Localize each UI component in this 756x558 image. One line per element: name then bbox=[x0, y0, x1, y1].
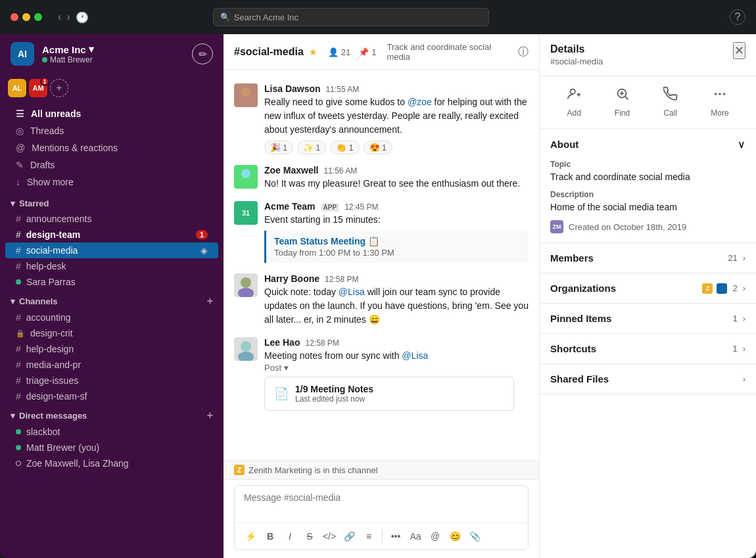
event-card[interactable]: Team Status Meeting 📋 Today from 1:00 PM… bbox=[264, 231, 529, 263]
pinned-count-button[interactable]: 📌 1 bbox=[358, 47, 376, 57]
svg-point-3 bbox=[238, 179, 254, 189]
action-find[interactable]: Find bbox=[615, 87, 630, 118]
action-add[interactable]: Add bbox=[567, 87, 581, 118]
channel-social-media[interactable]: # social-media ◈ bbox=[5, 243, 218, 258]
sidebar-avatars: AL AM 1 + bbox=[0, 74, 224, 103]
emoji-button[interactable]: 😊 bbox=[446, 527, 464, 546]
history-button[interactable]: 🕐 bbox=[76, 11, 89, 24]
dm-section-header[interactable]: ▾ Direct messages + bbox=[0, 404, 224, 424]
nav-item-mentions[interactable]: @ Mentions & reactions bbox=[5, 139, 218, 156]
reaction-clap[interactable]: 👏 1 bbox=[330, 141, 359, 154]
people-icon: 👤 bbox=[328, 47, 339, 57]
workspace-avatar-am[interactable]: AM 1 bbox=[29, 79, 47, 97]
attachment-button[interactable]: 📎 bbox=[465, 527, 484, 546]
channel-media-and-pr[interactable]: # media-and-pr bbox=[5, 357, 218, 373]
nav-item-show-more[interactable]: ↓ Show more bbox=[5, 174, 218, 191]
bold-button[interactable]: B bbox=[261, 527, 279, 546]
pinned-chevron-icon: › bbox=[743, 314, 745, 323]
nav-item-drafts[interactable]: ✎ Drafts bbox=[5, 156, 218, 174]
shared-files-header[interactable]: Shared Files › bbox=[540, 364, 756, 394]
font-size-button[interactable]: Aa bbox=[406, 527, 425, 546]
action-more[interactable]: More bbox=[711, 87, 728, 118]
avatar-zoe-maxwell bbox=[234, 165, 258, 189]
nav-item-label: Threads bbox=[30, 126, 64, 136]
starred-section-header[interactable]: ▾ Starred bbox=[0, 193, 224, 211]
lightning-button[interactable]: ⚡ bbox=[241, 527, 260, 546]
reaction-heart-eyes[interactable]: 😍 1 bbox=[364, 141, 392, 154]
description-label: Description bbox=[550, 190, 745, 199]
dm-sara-parras[interactable]: Sara Parras bbox=[5, 274, 218, 290]
channel-triage-issues[interactable]: # triage-issues bbox=[5, 373, 218, 388]
add-channel-button[interactable]: + bbox=[207, 295, 213, 307]
reaction-sparkles[interactable]: ✨ 1 bbox=[297, 141, 326, 154]
more-formatting-button[interactable]: ••• bbox=[387, 527, 405, 546]
workspace-avatar-al[interactable]: AL bbox=[8, 79, 26, 97]
channel-design-crit[interactable]: 🔒 design-crit bbox=[5, 325, 218, 341]
add-person-icon bbox=[567, 87, 581, 105]
reaction-party[interactable]: 🎉 1 bbox=[264, 141, 293, 154]
message-author[interactable]: Zoe Maxwell bbox=[264, 165, 318, 175]
forward-button[interactable]: › bbox=[66, 11, 70, 24]
channel-help-design[interactable]: # help-design bbox=[5, 341, 218, 357]
code-button[interactable]: </> bbox=[320, 527, 339, 546]
message-time: 11:56 AM bbox=[323, 166, 357, 175]
member-count-button[interactable]: 👤 21 bbox=[328, 47, 350, 57]
organizations-section-header[interactable]: Organizations Z 2 › bbox=[540, 273, 756, 303]
channel-design-team-sf[interactable]: # design-team-sf bbox=[5, 388, 218, 404]
find-icon bbox=[615, 87, 630, 105]
channels-section-header[interactable]: ▾ Channels + bbox=[0, 290, 224, 310]
close-button[interactable] bbox=[11, 13, 18, 21]
mention-lisa2[interactable]: @Lisa bbox=[402, 350, 428, 361]
info-button[interactable]: ⓘ bbox=[518, 45, 529, 59]
compose-button[interactable]: ✏ bbox=[192, 43, 213, 64]
add-workspace-button[interactable]: + bbox=[50, 79, 68, 97]
message-author[interactable]: Lisa Dawson bbox=[264, 83, 321, 94]
workspace-name[interactable]: Acme Inc ▾ bbox=[42, 43, 184, 55]
action-call[interactable]: Call bbox=[663, 87, 678, 118]
star-button[interactable]: ★ bbox=[309, 47, 318, 57]
maximize-button[interactable] bbox=[34, 13, 42, 21]
channel-design-team[interactable]: # design-team 1 bbox=[5, 227, 218, 243]
dm-group[interactable]: Zoe Maxwell, Lisa Zhang bbox=[5, 455, 218, 471]
search-bar[interactable]: 🔍 Search Acme Inc bbox=[213, 8, 489, 26]
svg-line-12 bbox=[625, 97, 628, 99]
dm-matt-brewer[interactable]: Matt Brewer (you) bbox=[5, 440, 218, 455]
message-author[interactable]: Acme Team bbox=[264, 201, 316, 212]
dm-slackbot[interactable]: slackbot bbox=[5, 424, 218, 440]
add-dm-button[interactable]: + bbox=[207, 409, 213, 421]
message-author[interactable]: Lee Hao bbox=[264, 337, 300, 348]
channel-announcements[interactable]: # announcements bbox=[5, 211, 218, 227]
members-section: Members 21 › bbox=[540, 243, 756, 273]
message-toolbar: ⚡ B I S </> 🔗 ≡ ••• Aa @ 😊 📎 bbox=[235, 523, 528, 549]
back-button[interactable]: ‹ bbox=[58, 11, 61, 24]
shortcuts-section: Shortcuts 1 › bbox=[540, 334, 756, 364]
link-button[interactable]: 🔗 bbox=[340, 527, 358, 546]
list-button[interactable]: ≡ bbox=[360, 527, 378, 546]
italic-button[interactable]: I bbox=[281, 527, 299, 546]
mention-lisa[interactable]: @Lisa bbox=[339, 287, 365, 297]
nav-item-all-unreads[interactable]: ☰ All unreads bbox=[5, 105, 218, 122]
minimize-button[interactable] bbox=[22, 13, 30, 21]
help-button[interactable]: ? bbox=[730, 9, 745, 25]
dm-name-label: Sara Parras bbox=[26, 277, 76, 287]
about-section-header[interactable]: About ∨ bbox=[540, 129, 756, 160]
channel-accounting[interactable]: # accounting bbox=[5, 310, 218, 325]
pinned-items-header[interactable]: Pinned Items 1 › bbox=[540, 304, 756, 333]
close-details-button[interactable]: ✕ bbox=[733, 42, 745, 59]
message-author[interactable]: Harry Boone bbox=[264, 273, 319, 284]
mention-button[interactable]: @ bbox=[426, 527, 444, 546]
svg-point-8 bbox=[571, 89, 575, 94]
post-card[interactable]: 📄 1/9 Meeting Notes Last edited just now bbox=[264, 377, 514, 411]
channel-name-label: design-team-sf bbox=[26, 391, 87, 402]
event-title[interactable]: Team Status Meeting 📋 bbox=[274, 236, 521, 246]
nav-item-threads[interactable]: ◎ Threads bbox=[5, 122, 218, 139]
post-label[interactable]: Post ▾ bbox=[264, 363, 529, 373]
channel-help-desk[interactable]: # help-desk bbox=[5, 258, 218, 274]
strikethrough-button[interactable]: S bbox=[300, 527, 319, 546]
shortcuts-header[interactable]: Shortcuts 1 › bbox=[540, 334, 756, 363]
mention-zoe[interactable]: @zoe bbox=[408, 97, 432, 107]
chat-area: #social-media ★ 👤 21 📌 1 Track and coord… bbox=[224, 34, 539, 558]
svg-point-7 bbox=[238, 352, 254, 361]
message-input[interactable] bbox=[235, 486, 528, 520]
members-section-header[interactable]: Members 21 › bbox=[540, 243, 756, 273]
